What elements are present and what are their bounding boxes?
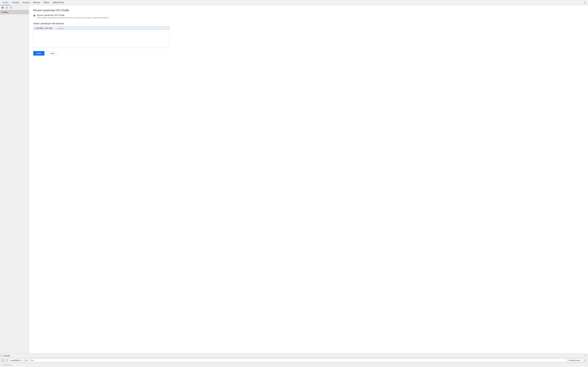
console-settings-button[interactable] [584, 359, 587, 362]
chevron-down-icon: ▼ [21, 359, 23, 361]
console-menu-icon[interactable] [1, 355, 1, 357]
stop-icon [6, 7, 8, 9]
levels-chevron-icon: ▼ [580, 359, 582, 361]
svg-line-2 [7, 7, 7, 8]
sidebar-toolbar [0, 5, 29, 10]
expression-close-button[interactable]: × [1, 364, 2, 366]
clear-console-icon [1, 359, 4, 362]
console-toolbar: node[98916] ▼ Default levels ▼ [0, 358, 588, 363]
console-close-button[interactable]: × [584, 354, 587, 357]
vm-memory: 1104 MB / 1247 MB [35, 27, 52, 29]
console-pause-button[interactable] [5, 359, 9, 362]
console-header: Console × [0, 353, 588, 358]
svg-point-0 [2, 7, 3, 8]
more-icon [585, 1, 585, 4]
start-button[interactable]: Start [33, 51, 44, 56]
trash-icon [10, 7, 12, 9]
gear-icon [584, 359, 587, 362]
console-node-selector[interactable]: node[98916] ▼ [9, 359, 24, 362]
vm-section-title: Select JavaScript VM instance [33, 22, 584, 25]
tab-adblock-plus[interactable]: Adblock Plus [51, 0, 66, 5]
actions-row: Start Load [33, 51, 584, 56]
record-button[interactable] [1, 6, 4, 9]
main-content: Profiles Record JavaScript CPU Profile R… [0, 5, 588, 353]
record-icon [1, 7, 4, 9]
expression-placeholder[interactable]: Expression [3, 364, 12, 366]
tab-profiler[interactable]: Profiler [1, 0, 10, 5]
page-title: Record JavaScript CPU Profile [33, 9, 584, 12]
cpu-profile-description: CPU profiles show where the execution ti… [37, 17, 109, 19]
svg-rect-3 [10, 7, 12, 8]
clear-button[interactable] [9, 6, 13, 9]
bottom-console: Console × node[98916] ▼ [0, 353, 588, 367]
svg-point-12 [26, 360, 26, 361]
tab-sources[interactable]: Sources [21, 0, 31, 5]
svg-point-10 [6, 359, 8, 361]
vm-instance-list: 1104 MB / 1247 MB (empty) [33, 26, 170, 48]
tab-console[interactable]: Console [10, 0, 21, 5]
load-button[interactable]: Load [46, 51, 58, 56]
vm-list-empty-space [34, 30, 170, 48]
main-panel: Record JavaScript CPU Profile Record Jav… [29, 5, 588, 353]
svg-line-9 [2, 360, 3, 361]
stop-button[interactable] [5, 6, 9, 9]
console-expression-bar: × Expression [0, 363, 588, 367]
vm-instance-row[interactable]: 1104 MB / 1247 MB (empty) [34, 26, 170, 30]
tab-redux[interactable]: Redux [42, 0, 51, 5]
cpu-profile-radio[interactable] [33, 15, 35, 17]
top-nav: Profiler Console Sources Memory Redux Ad… [0, 0, 588, 5]
eye-icon [25, 359, 27, 362]
sidebar-item-profiles[interactable]: Profiles [0, 10, 29, 14]
svg-point-13 [585, 360, 586, 361]
tab-memory[interactable]: Memory [32, 0, 42, 5]
sidebar: Profiles [0, 5, 29, 353]
console-clear-button[interactable] [1, 359, 4, 362]
nav-more-button[interactable] [582, 0, 587, 5]
console-header-title: Console [3, 355, 10, 357]
console-filter-input[interactable] [29, 359, 567, 362]
profile-option-cpu: Record JavaScript CPU Profile CPU profil… [33, 14, 584, 19]
cpu-profile-label: Record JavaScript CPU Profile [37, 14, 109, 16]
pause-icon [6, 359, 8, 362]
console-levels-select[interactable]: Default levels ▼ [568, 359, 583, 362]
vm-status: (empty) [57, 27, 64, 29]
console-eye-button[interactable] [25, 359, 28, 362]
